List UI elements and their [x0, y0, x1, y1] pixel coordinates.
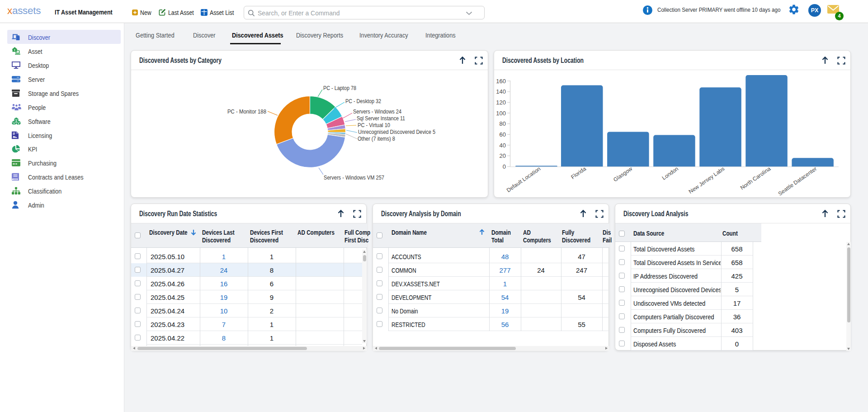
svg-text:New Jersey Labs: New Jersey Labs	[688, 166, 726, 195]
svg-text:60: 60	[500, 131, 506, 138]
svg-text:0: 0	[503, 163, 506, 170]
svg-text:PC - Desktop 32: PC - Desktop 32	[345, 98, 381, 104]
svg-text:PC - Monitor 188: PC - Monitor 188	[227, 108, 266, 115]
svg-text:80: 80	[500, 120, 506, 127]
svg-text:120: 120	[496, 99, 506, 106]
svg-text:100: 100	[496, 110, 506, 117]
svg-text:Default Location: Default Location	[505, 166, 542, 194]
svg-text:North Carolina: North Carolina	[739, 166, 772, 191]
svg-text:Florida: Florida	[570, 166, 587, 180]
svg-text:Other (7 items) 8: Other (7 items) 8	[358, 135, 395, 142]
svg-text:Sql Server Instance 11: Sql Server Instance 11	[357, 115, 405, 122]
svg-text:Seattle Datacenter: Seattle Datacenter	[777, 166, 818, 197]
svg-text:140: 140	[496, 88, 506, 95]
svg-text:20: 20	[500, 152, 506, 159]
svg-text:40: 40	[500, 142, 506, 149]
svg-text:PC - Laptop 78: PC - Laptop 78	[323, 85, 356, 91]
svg-text:Servers - Windows 24: Servers - Windows 24	[353, 108, 401, 115]
svg-text:PC - Virtual 10: PC - Virtual 10	[358, 122, 390, 128]
svg-text:London: London	[661, 166, 679, 181]
svg-text:160: 160	[496, 78, 506, 85]
svg-text:Glasgow: Glasgow	[612, 166, 633, 183]
svg-text:Unrecognised Discovered Device: Unrecognised Discovered Device 5	[358, 128, 435, 135]
svg-text:Servers - Windows VM 257: Servers - Windows VM 257	[324, 174, 384, 181]
